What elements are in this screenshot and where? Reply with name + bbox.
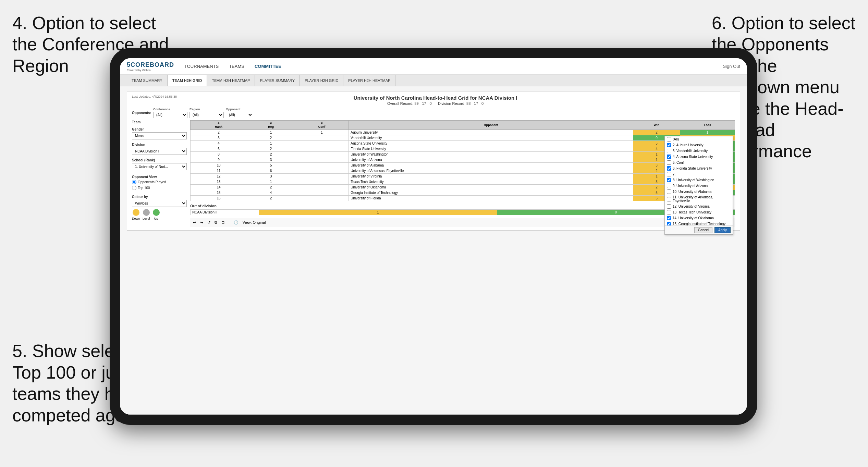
subnav-player-summary[interactable]: PLAYER SUMMARY [255, 75, 300, 86]
toolbar-row: ↩ ↪ ↺ ⧉ ⊡ | 🕐 View: Original [190, 218, 735, 227]
cell-conf [295, 196, 349, 201]
dropdown-item[interactable]: 7. [665, 171, 733, 177]
radio-top100[interactable]: Top 100 [132, 186, 187, 190]
colour-select[interactable]: Win/loss [132, 200, 187, 207]
opponent-filter-label: Opponent [226, 108, 253, 111]
dropdown-item[interactable]: 4. Arizona State University [665, 154, 733, 160]
cell-conf [295, 179, 349, 185]
dropdown-checkbox[interactable] [667, 204, 671, 209]
subnav-team-summary[interactable]: TEAM SUMMARY [127, 75, 168, 86]
cancel-button[interactable]: Cancel [694, 227, 712, 233]
gender-select[interactable]: Men's [132, 132, 187, 139]
colour-section: Colour by Win/loss Down [132, 195, 187, 220]
dropdown-checkbox[interactable] [667, 149, 671, 153]
dropdown-checkbox[interactable] [667, 160, 671, 165]
division-select[interactable]: NCAA Division I [132, 148, 187, 155]
cell-rank: 9 [191, 157, 247, 163]
radio-top100-label: Top 100 [138, 186, 150, 190]
table-row: 4 1 Arizona State University 5 1 [191, 141, 735, 146]
th-loss: Loss [680, 121, 735, 130]
dropdown-checkbox[interactable] [667, 189, 671, 194]
cell-reg: 1 [247, 130, 295, 135]
dropdown-item[interactable]: (All) [665, 136, 733, 142]
dropdown-item[interactable]: 15. Georgia Institute of Technology [665, 221, 733, 225]
cell-rank: 13 [191, 179, 247, 185]
sign-out[interactable]: Sign Out [723, 64, 740, 69]
cell-rank: 12 [191, 174, 247, 179]
cell-rank: 14 [191, 185, 247, 190]
clock-icon[interactable]: 🕐 [232, 220, 240, 225]
school-label: School (Rank) [132, 158, 187, 162]
copy-icon[interactable]: ⧉ [213, 220, 219, 225]
dropdown-item[interactable]: 11. University of Arkansas, Fayetteville [665, 195, 733, 204]
opponent-select[interactable]: (All) [226, 112, 253, 118]
table-row: 13 1 Texas Tech University 3 0 [191, 179, 735, 185]
school-select[interactable]: 1. University of Nort... [132, 163, 187, 170]
cell-reg: 1 [247, 179, 295, 185]
radio-top100-input[interactable] [132, 186, 136, 190]
view-original[interactable]: View: Original [241, 220, 267, 225]
dropdown-checkbox[interactable] [667, 222, 671, 225]
dropdown-checkbox[interactable] [667, 155, 671, 159]
opponent-filter-group: Opponent (All) [226, 108, 253, 118]
cell-conf [295, 168, 349, 174]
logo-area: 5COREBOARD Powered by rSchool [127, 61, 174, 72]
gender-label: Gender [132, 127, 187, 131]
conference-filter-group: Conference (All) [153, 108, 187, 118]
subnav-h2h-heatmap[interactable]: TEAM H2H HEATMAP [207, 75, 255, 86]
dropdown-checkbox[interactable] [667, 172, 671, 176]
subnav-player-h2h-heatmap[interactable]: PLAYER H2H HEATMAP [343, 75, 395, 86]
report-title-area: University of North Carolina Head-to-Hea… [177, 95, 694, 106]
dropdown-checkbox[interactable] [667, 216, 671, 220]
dropdown-item[interactable]: 13. Texas Tech University [665, 209, 733, 215]
cell-reg: 2 [247, 196, 295, 201]
dropdown-item[interactable]: 5. Conf [665, 160, 733, 165]
report-title: University of North Carolina Head-to-Hea… [177, 95, 694, 101]
nav-committee[interactable]: COMMITTEE [255, 62, 281, 70]
nav-teams[interactable]: TEAMS [229, 62, 244, 70]
legend-up-label: Up [154, 217, 158, 220]
dropdown-checkbox[interactable] [667, 137, 671, 142]
dropdown-checkbox[interactable] [667, 184, 671, 188]
legend-items: Down Level Up [132, 209, 187, 220]
cell-opponent: Georgia Institute of Technology [349, 190, 633, 196]
cell-opponent: Arizona State University [349, 141, 633, 146]
conference-select[interactable]: (All) [153, 112, 187, 118]
radio-opponents-played-input[interactable] [132, 180, 136, 184]
cell-reg: 5 [247, 163, 295, 168]
subnav-h2h-grid[interactable]: TEAM H2H GRID [168, 75, 207, 86]
dropdown-item[interactable]: 9. University of Arizona [665, 183, 733, 189]
crop-icon[interactable]: ⊡ [220, 220, 226, 225]
cell-reg: 2 [247, 185, 295, 190]
refresh-icon[interactable]: ↺ [206, 220, 212, 225]
dropdown-checkbox[interactable] [667, 166, 671, 171]
subnav-player-h2h-grid[interactable]: PLAYER H2H GRID [300, 75, 343, 86]
report-records: Overall Record: 89 - 17 - 0 Division Rec… [177, 101, 694, 106]
nav-tournaments[interactable]: TOURNAMENTS [184, 62, 219, 70]
conference-label: Conference [153, 108, 187, 111]
table-body: 2 1 1 Auburn University 2 1 3 2 Vanderbi… [191, 130, 735, 201]
dropdown-checkbox[interactable] [667, 143, 671, 147]
dropdown-item[interactable]: 6. Florida State University [665, 165, 733, 171]
th-reg: #Reg [247, 121, 295, 130]
dropdown-item[interactable]: 10. University of Alabama [665, 189, 733, 195]
cell-opponent: Vanderbilt University [349, 135, 633, 141]
undo-icon[interactable]: ↩ [192, 220, 197, 225]
apply-button[interactable]: Apply [714, 227, 731, 233]
dropdown-checkbox[interactable] [667, 178, 671, 182]
cell-opponent: University of Washington [349, 152, 633, 157]
dropdown-checkbox[interactable] [667, 197, 671, 201]
dropdown-checkbox[interactable] [667, 210, 671, 214]
dropdown-item[interactable]: 2. Auburn University [665, 142, 733, 148]
radio-opponents-played-label: Opponents Played [138, 180, 166, 184]
radio-opponents-played[interactable]: Opponents Played [132, 180, 187, 184]
region-select[interactable]: (All) [190, 112, 224, 118]
dropdown-item[interactable]: 8. University of Washington [665, 177, 733, 183]
redo-icon[interactable]: ↪ [199, 220, 205, 225]
dropdown-item[interactable]: 14. University of Oklahoma [665, 215, 733, 221]
top-nav: TOURNAMENTS TEAMS COMMITTEE Sign Out [184, 62, 740, 70]
legend-up-dot [153, 209, 160, 216]
cell-rank: 16 [191, 196, 247, 201]
dropdown-item[interactable]: 12. University of Virginia [665, 204, 733, 209]
dropdown-item[interactable]: 3. Vanderbilt University [665, 148, 733, 154]
